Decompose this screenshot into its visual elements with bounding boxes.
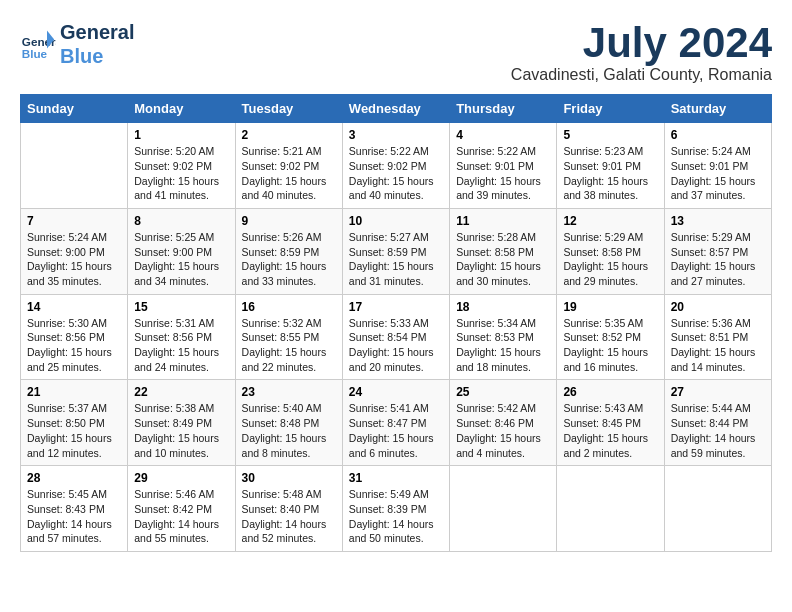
calendar-cell: 9Sunrise: 5:26 AM Sunset: 8:59 PM Daylig… bbox=[235, 208, 342, 294]
calendar-cell: 28Sunrise: 5:45 AM Sunset: 8:43 PM Dayli… bbox=[21, 466, 128, 552]
day-number: 26 bbox=[563, 385, 657, 399]
weekday-header: Saturday bbox=[664, 95, 771, 123]
day-number: 16 bbox=[242, 300, 336, 314]
calendar-cell: 27Sunrise: 5:44 AM Sunset: 8:44 PM Dayli… bbox=[664, 380, 771, 466]
day-number: 28 bbox=[27, 471, 121, 485]
day-number: 20 bbox=[671, 300, 765, 314]
calendar-cell: 14Sunrise: 5:30 AM Sunset: 8:56 PM Dayli… bbox=[21, 294, 128, 380]
weekday-header: Monday bbox=[128, 95, 235, 123]
day-info: Sunrise: 5:49 AM Sunset: 8:39 PM Dayligh… bbox=[349, 487, 443, 546]
day-info: Sunrise: 5:30 AM Sunset: 8:56 PM Dayligh… bbox=[27, 316, 121, 375]
day-info: Sunrise: 5:46 AM Sunset: 8:42 PM Dayligh… bbox=[134, 487, 228, 546]
day-info: Sunrise: 5:25 AM Sunset: 9:00 PM Dayligh… bbox=[134, 230, 228, 289]
calendar-table: SundayMondayTuesdayWednesdayThursdayFrid… bbox=[20, 94, 772, 552]
calendar-cell: 1Sunrise: 5:20 AM Sunset: 9:02 PM Daylig… bbox=[128, 123, 235, 209]
calendar-cell: 22Sunrise: 5:38 AM Sunset: 8:49 PM Dayli… bbox=[128, 380, 235, 466]
title-area: July 2024 Cavadinesti, Galati County, Ro… bbox=[511, 20, 772, 84]
calendar-cell: 30Sunrise: 5:48 AM Sunset: 8:40 PM Dayli… bbox=[235, 466, 342, 552]
day-info: Sunrise: 5:20 AM Sunset: 9:02 PM Dayligh… bbox=[134, 144, 228, 203]
day-number: 31 bbox=[349, 471, 443, 485]
calendar-cell: 25Sunrise: 5:42 AM Sunset: 8:46 PM Dayli… bbox=[450, 380, 557, 466]
day-info: Sunrise: 5:24 AM Sunset: 9:00 PM Dayligh… bbox=[27, 230, 121, 289]
day-info: Sunrise: 5:26 AM Sunset: 8:59 PM Dayligh… bbox=[242, 230, 336, 289]
calendar-week-row: 14Sunrise: 5:30 AM Sunset: 8:56 PM Dayli… bbox=[21, 294, 772, 380]
weekday-header: Sunday bbox=[21, 95, 128, 123]
calendar-week-row: 21Sunrise: 5:37 AM Sunset: 8:50 PM Dayli… bbox=[21, 380, 772, 466]
day-info: Sunrise: 5:35 AM Sunset: 8:52 PM Dayligh… bbox=[563, 316, 657, 375]
calendar-cell: 23Sunrise: 5:40 AM Sunset: 8:48 PM Dayli… bbox=[235, 380, 342, 466]
day-number: 12 bbox=[563, 214, 657, 228]
day-number: 7 bbox=[27, 214, 121, 228]
logo-general: General bbox=[60, 20, 134, 44]
calendar-cell: 5Sunrise: 5:23 AM Sunset: 9:01 PM Daylig… bbox=[557, 123, 664, 209]
header: General Blue General Blue July 2024 Cava… bbox=[20, 20, 772, 84]
day-info: Sunrise: 5:32 AM Sunset: 8:55 PM Dayligh… bbox=[242, 316, 336, 375]
calendar-cell bbox=[450, 466, 557, 552]
calendar-cell: 4Sunrise: 5:22 AM Sunset: 9:01 PM Daylig… bbox=[450, 123, 557, 209]
logo-blue: Blue bbox=[60, 44, 134, 68]
day-info: Sunrise: 5:40 AM Sunset: 8:48 PM Dayligh… bbox=[242, 401, 336, 460]
day-number: 8 bbox=[134, 214, 228, 228]
day-number: 10 bbox=[349, 214, 443, 228]
calendar-cell: 11Sunrise: 5:28 AM Sunset: 8:58 PM Dayli… bbox=[450, 208, 557, 294]
day-info: Sunrise: 5:36 AM Sunset: 8:51 PM Dayligh… bbox=[671, 316, 765, 375]
day-info: Sunrise: 5:21 AM Sunset: 9:02 PM Dayligh… bbox=[242, 144, 336, 203]
day-info: Sunrise: 5:29 AM Sunset: 8:57 PM Dayligh… bbox=[671, 230, 765, 289]
day-number: 6 bbox=[671, 128, 765, 142]
month-title: July 2024 bbox=[511, 20, 772, 66]
day-number: 13 bbox=[671, 214, 765, 228]
day-number: 30 bbox=[242, 471, 336, 485]
calendar-week-row: 1Sunrise: 5:20 AM Sunset: 9:02 PM Daylig… bbox=[21, 123, 772, 209]
day-info: Sunrise: 5:45 AM Sunset: 8:43 PM Dayligh… bbox=[27, 487, 121, 546]
day-number: 25 bbox=[456, 385, 550, 399]
day-info: Sunrise: 5:44 AM Sunset: 8:44 PM Dayligh… bbox=[671, 401, 765, 460]
day-number: 1 bbox=[134, 128, 228, 142]
calendar-week-row: 7Sunrise: 5:24 AM Sunset: 9:00 PM Daylig… bbox=[21, 208, 772, 294]
day-info: Sunrise: 5:29 AM Sunset: 8:58 PM Dayligh… bbox=[563, 230, 657, 289]
calendar-cell: 19Sunrise: 5:35 AM Sunset: 8:52 PM Dayli… bbox=[557, 294, 664, 380]
weekday-header: Friday bbox=[557, 95, 664, 123]
day-info: Sunrise: 5:41 AM Sunset: 8:47 PM Dayligh… bbox=[349, 401, 443, 460]
day-number: 21 bbox=[27, 385, 121, 399]
calendar-cell: 21Sunrise: 5:37 AM Sunset: 8:50 PM Dayli… bbox=[21, 380, 128, 466]
calendar-cell: 24Sunrise: 5:41 AM Sunset: 8:47 PM Dayli… bbox=[342, 380, 449, 466]
calendar-cell: 13Sunrise: 5:29 AM Sunset: 8:57 PM Dayli… bbox=[664, 208, 771, 294]
day-info: Sunrise: 5:48 AM Sunset: 8:40 PM Dayligh… bbox=[242, 487, 336, 546]
calendar-cell: 8Sunrise: 5:25 AM Sunset: 9:00 PM Daylig… bbox=[128, 208, 235, 294]
day-number: 3 bbox=[349, 128, 443, 142]
day-info: Sunrise: 5:28 AM Sunset: 8:58 PM Dayligh… bbox=[456, 230, 550, 289]
day-info: Sunrise: 5:27 AM Sunset: 8:59 PM Dayligh… bbox=[349, 230, 443, 289]
calendar-cell: 17Sunrise: 5:33 AM Sunset: 8:54 PM Dayli… bbox=[342, 294, 449, 380]
calendar-cell: 31Sunrise: 5:49 AM Sunset: 8:39 PM Dayli… bbox=[342, 466, 449, 552]
day-info: Sunrise: 5:38 AM Sunset: 8:49 PM Dayligh… bbox=[134, 401, 228, 460]
day-info: Sunrise: 5:43 AM Sunset: 8:45 PM Dayligh… bbox=[563, 401, 657, 460]
day-info: Sunrise: 5:33 AM Sunset: 8:54 PM Dayligh… bbox=[349, 316, 443, 375]
day-info: Sunrise: 5:24 AM Sunset: 9:01 PM Dayligh… bbox=[671, 144, 765, 203]
weekday-header: Wednesday bbox=[342, 95, 449, 123]
day-info: Sunrise: 5:22 AM Sunset: 9:02 PM Dayligh… bbox=[349, 144, 443, 203]
calendar-cell: 12Sunrise: 5:29 AM Sunset: 8:58 PM Dayli… bbox=[557, 208, 664, 294]
day-number: 29 bbox=[134, 471, 228, 485]
calendar-cell: 29Sunrise: 5:46 AM Sunset: 8:42 PM Dayli… bbox=[128, 466, 235, 552]
calendar-cell: 10Sunrise: 5:27 AM Sunset: 8:59 PM Dayli… bbox=[342, 208, 449, 294]
svg-text:Blue: Blue bbox=[22, 47, 48, 60]
day-info: Sunrise: 5:34 AM Sunset: 8:53 PM Dayligh… bbox=[456, 316, 550, 375]
day-number: 4 bbox=[456, 128, 550, 142]
logo-icon: General Blue bbox=[20, 26, 56, 62]
day-number: 27 bbox=[671, 385, 765, 399]
logo: General Blue General Blue bbox=[20, 20, 134, 68]
calendar-cell: 6Sunrise: 5:24 AM Sunset: 9:01 PM Daylig… bbox=[664, 123, 771, 209]
day-number: 5 bbox=[563, 128, 657, 142]
calendar-cell bbox=[664, 466, 771, 552]
day-number: 18 bbox=[456, 300, 550, 314]
day-number: 17 bbox=[349, 300, 443, 314]
calendar-cell bbox=[557, 466, 664, 552]
day-number: 22 bbox=[134, 385, 228, 399]
calendar-cell: 16Sunrise: 5:32 AM Sunset: 8:55 PM Dayli… bbox=[235, 294, 342, 380]
weekday-header-row: SundayMondayTuesdayWednesdayThursdayFrid… bbox=[21, 95, 772, 123]
calendar-cell: 3Sunrise: 5:22 AM Sunset: 9:02 PM Daylig… bbox=[342, 123, 449, 209]
location-subtitle: Cavadinesti, Galati County, Romania bbox=[511, 66, 772, 84]
calendar-cell: 20Sunrise: 5:36 AM Sunset: 8:51 PM Dayli… bbox=[664, 294, 771, 380]
day-number: 15 bbox=[134, 300, 228, 314]
day-info: Sunrise: 5:31 AM Sunset: 8:56 PM Dayligh… bbox=[134, 316, 228, 375]
